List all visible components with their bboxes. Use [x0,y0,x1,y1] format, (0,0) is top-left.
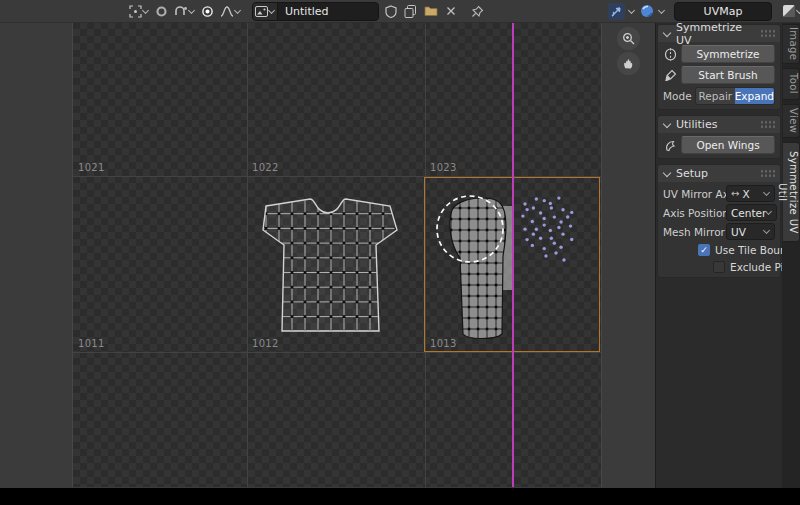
chevron-down-icon[interactable] [628,6,635,13]
axis-position-dropdown[interactable]: Center [726,204,777,221]
chevron-down-icon [663,168,671,176]
panel-header-utilities[interactable]: Utilities [658,116,780,133]
tab-tool[interactable]: Tool [783,68,800,100]
panel-title: Symmetrize UV [676,21,760,47]
axis-position-label: Axis Position [663,207,722,219]
chevron-down-icon [765,208,772,215]
unlink-image-button[interactable] [442,3,459,20]
folder-icon [424,5,438,17]
tab-view[interactable]: View [783,104,800,138]
uv-island-shirt[interactable] [258,197,403,339]
panel-title: Utilities [676,118,717,131]
mesh-mirror-value: UV [731,226,746,238]
tile-label-1022: 1022 [252,162,279,173]
sidebar-tab-column: Image Tool View Symmetrize UV Util [782,22,800,488]
new-image-button[interactable] [402,3,419,20]
proportional-edit-button[interactable] [199,3,216,20]
uv-editor-header: Untitled [0,0,800,23]
uv-mirror-axis-dropdown[interactable]: ↔ X [726,185,775,202]
mode-label: Mode [663,90,690,102]
panel-drag-handle[interactable] [760,169,775,178]
hand-icon [622,57,635,70]
snap-toggle-button[interactable] [153,3,170,20]
symmetrize-button[interactable]: Symmetrize [681,45,775,63]
display-channels-icon [782,4,796,18]
texture-preview-button[interactable] [638,3,655,20]
tile-label-1011: 1011 [78,338,105,349]
chevron-down-icon [763,189,770,196]
chevron-down-icon [142,6,149,13]
uv-editor-canvas[interactable]: 1021 1022 1023 1011 1012 1013 [0,22,655,488]
proportional-edit-icon [201,5,214,18]
tile-grid-line [72,352,601,353]
sphere-icon [640,4,654,18]
mesh-mirror-label: Mesh Mirror ... [663,226,722,238]
window-bottom-strip [0,488,800,505]
chevron-down-icon [663,119,671,127]
panel-drag-handle[interactable] [760,120,775,129]
panel-drag-handle[interactable] [760,29,775,38]
start-brush-button[interactable]: Start Brush [681,66,775,84]
axis-position-value: Center [731,207,766,219]
brush-cursor-circle [432,191,512,271]
fake-user-button[interactable] [382,3,399,20]
uv-mirror-axis-label: UV Mirror Axis [663,188,722,200]
mirror-icon [663,48,678,61]
tile-label-1012: 1012 [252,338,279,349]
image-icon [255,6,268,17]
tab-symmetrize-uv-util[interactable]: Symmetrize UV Util [783,142,800,242]
uvmap-name-value[interactable]: UVMap [697,5,750,18]
pin-button[interactable] [469,3,486,20]
pivot-point-icon [129,5,142,18]
tile-label-1021: 1021 [78,162,105,173]
chevron-down-icon [188,6,195,13]
sidebar-panel-region: Symmetrize UV Symmetrize Start Brush [655,22,782,488]
chevron-down-icon[interactable] [658,6,665,13]
magnifier-icon [622,32,635,45]
uv-mirror-axis-value: X [742,188,749,200]
mirror-axis-line [512,22,514,487]
brush-icon [663,69,678,82]
panel-setup: Setup UV Mirror Axis ↔ X Axis Position C… [657,164,781,278]
falloff-curve-icon [220,5,234,18]
snap-target-icon [174,5,188,18]
duplicate-icon [404,5,417,18]
wings-icon [663,139,678,152]
image-browse-button[interactable] [253,3,278,20]
tile-grid-line [247,22,248,487]
open-image-button[interactable] [422,3,439,20]
uvmap-name-field[interactable]: UVMap [674,2,772,21]
pin-icon [471,5,484,18]
mode-toggle: Repair Expand [695,87,775,105]
use-tile-boundary-checkbox[interactable]: ✓ [698,244,710,256]
chevron-down-icon [268,6,275,13]
chevron-down-icon [234,6,241,13]
zoom-button[interactable] [617,27,640,50]
image-name-field[interactable]: Untitled [252,2,379,21]
display-channels-button[interactable] [781,3,800,20]
tab-image[interactable]: Image [783,24,800,64]
uv-island-unselected-dots[interactable] [518,196,582,296]
exclude-pinned-checkbox[interactable] [713,261,725,273]
pivot-point-button[interactable] [128,3,150,20]
mode-repair-option[interactable]: Repair [696,88,735,104]
image-name-value[interactable]: Untitled [278,5,378,18]
pan-button[interactable] [617,52,640,75]
close-icon [446,6,456,16]
panel-utilities: Utilities Open Wings [657,115,781,159]
panel-header-symmetrize-uv[interactable]: Symmetrize UV [658,25,780,42]
chevron-down-icon [763,227,770,234]
tile-label-1023: 1023 [430,162,457,173]
chevron-down-icon [663,28,671,36]
uv-sync-select-button[interactable] [608,3,625,20]
checkmark-icon: ✓ [700,246,708,255]
sync-arrow-icon [610,5,623,18]
magnet-icon [155,5,168,18]
mesh-mirror-dropdown[interactable]: UV [726,223,775,240]
falloff-curve-button[interactable] [219,3,242,20]
snap-settings-button[interactable] [173,3,196,20]
panel-header-setup[interactable]: Setup [658,165,780,182]
mode-expand-option[interactable]: Expand [735,88,774,104]
chevron-down-icon [796,6,800,13]
open-wings-button[interactable]: Open Wings [681,136,775,154]
